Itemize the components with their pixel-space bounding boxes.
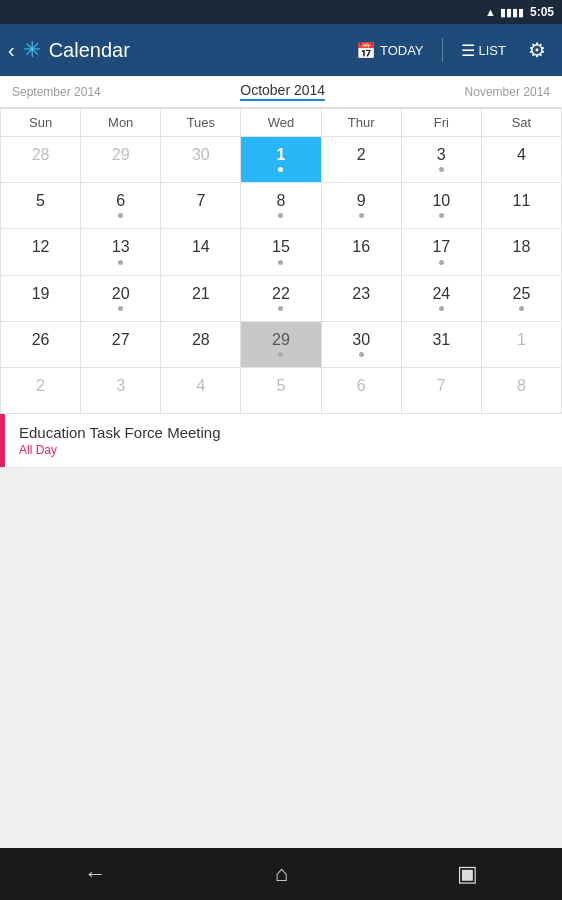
calendar-day[interactable]: 22: [241, 275, 321, 321]
calendar-day[interactable]: 10: [401, 183, 481, 229]
day-number: 27: [81, 330, 160, 349]
day-number: 5: [241, 376, 320, 395]
calendar-day[interactable]: 31: [401, 321, 481, 367]
today-label: TODAY: [380, 43, 424, 58]
calendar-day[interactable]: 8: [241, 183, 321, 229]
calendar-day[interactable]: 1: [481, 321, 561, 367]
calendar-day[interactable]: 3: [401, 137, 481, 183]
calendar-day[interactable]: 30: [161, 137, 241, 183]
day-event-dot: [519, 213, 524, 218]
day-number: 18: [482, 237, 561, 256]
day-number: 25: [482, 284, 561, 303]
nav-back-button[interactable]: ←: [60, 853, 130, 895]
calendar-day[interactable]: 4: [481, 137, 561, 183]
calendar-day[interactable]: 7: [401, 367, 481, 413]
day-event-dot: [359, 167, 364, 172]
day-event-dot: [439, 352, 444, 357]
calendar-day[interactable]: 16: [321, 229, 401, 275]
filter-button[interactable]: ⚙: [520, 32, 554, 68]
day-number: 21: [161, 284, 240, 303]
calendar-day[interactable]: 13: [81, 229, 161, 275]
day-number: 28: [161, 330, 240, 349]
event-time: All Day: [19, 443, 548, 457]
calendar-day[interactable]: 3: [81, 367, 161, 413]
day-number: 20: [81, 284, 160, 303]
calendar-day[interactable]: 27: [81, 321, 161, 367]
nav-home-button[interactable]: ⌂: [251, 853, 312, 895]
calendar-day[interactable]: 26: [1, 321, 81, 367]
day-event-dot: [359, 260, 364, 265]
calendar-day[interactable]: 9: [321, 183, 401, 229]
calendar-day[interactable]: 8: [481, 367, 561, 413]
day-number: 2: [322, 145, 401, 164]
prev-month-label[interactable]: September 2014: [12, 85, 101, 99]
header-right: 📅 TODAY ☰ LIST ⚙: [346, 32, 554, 68]
calendar-day[interactable]: 15: [241, 229, 321, 275]
day-event-dot: [198, 260, 203, 265]
calendar-day[interactable]: 2: [321, 137, 401, 183]
day-event-dot: [38, 167, 43, 172]
day-number: 12: [1, 237, 80, 256]
calendar-day[interactable]: 5: [1, 183, 81, 229]
next-month-label[interactable]: November 2014: [465, 85, 550, 99]
day-event-dot: [118, 352, 123, 357]
list-button[interactable]: ☰ LIST: [451, 35, 516, 66]
calendar-day[interactable]: 25: [481, 275, 561, 321]
calendar-day[interactable]: 1: [241, 137, 321, 183]
calendar-day[interactable]: 19: [1, 275, 81, 321]
calendar-day[interactable]: 5: [241, 367, 321, 413]
day-number: 6: [322, 376, 401, 395]
wifi-icon: ▲: [485, 6, 496, 18]
day-number: 19: [1, 284, 80, 303]
day-number: 22: [241, 284, 320, 303]
calendar-day[interactable]: 18: [481, 229, 561, 275]
calendar-day[interactable]: 7: [161, 183, 241, 229]
day-event-dot: [38, 213, 43, 218]
day-number: 17: [402, 237, 481, 256]
nav-recent-button[interactable]: ▣: [433, 853, 502, 895]
calendar-day[interactable]: 4: [161, 367, 241, 413]
calendar-day[interactable]: 20: [81, 275, 161, 321]
day-event-dot: [278, 352, 283, 357]
day-number: 30: [322, 330, 401, 349]
calendar-day[interactable]: 12: [1, 229, 81, 275]
day-event-dot: [519, 167, 524, 172]
calendar-day[interactable]: 6: [81, 183, 161, 229]
calendar-day[interactable]: 23: [321, 275, 401, 321]
day-event-dot: [439, 167, 444, 172]
day-number: 1: [241, 145, 320, 164]
filter-icon: ⚙: [528, 39, 546, 61]
list-label: LIST: [479, 43, 506, 58]
header-divider: [442, 38, 443, 62]
header-left: ‹ ✳ Calendar: [8, 37, 338, 63]
calendar-day[interactable]: 14: [161, 229, 241, 275]
day-event-dot: [519, 306, 524, 311]
event-item[interactable]: Education Task Force MeetingAll Day: [0, 414, 562, 468]
day-number: 28: [1, 145, 80, 164]
calendar-day[interactable]: 11: [481, 183, 561, 229]
day-event-dot: [519, 352, 524, 357]
day-event-dot: [38, 306, 43, 311]
calendar-day[interactable]: 2: [1, 367, 81, 413]
back-button[interactable]: ‹: [8, 39, 15, 62]
day-event-dot: [439, 306, 444, 311]
calendar-day[interactable]: 28: [161, 321, 241, 367]
calendar-day[interactable]: 29: [81, 137, 161, 183]
calendar-day[interactable]: 24: [401, 275, 481, 321]
day-number: 29: [81, 145, 160, 164]
calendar-day[interactable]: 30: [321, 321, 401, 367]
today-button[interactable]: 📅 TODAY: [346, 35, 434, 66]
calendar-day[interactable]: 28: [1, 137, 81, 183]
day-event-dot: [118, 398, 123, 403]
day-event-dot: [118, 167, 123, 172]
month-nav: September 2014 October 2014 November 201…: [0, 76, 562, 108]
today-icon: 📅: [356, 41, 376, 60]
weekday-header: Sat: [481, 109, 561, 137]
calendar-day[interactable]: 6: [321, 367, 401, 413]
day-number: 2: [1, 376, 80, 395]
events-section: Education Task Force MeetingAll Day: [0, 414, 562, 468]
calendar-day[interactable]: 29: [241, 321, 321, 367]
calendar-day[interactable]: 17: [401, 229, 481, 275]
nav-bar: ← ⌂ ▣: [0, 848, 562, 900]
calendar-day[interactable]: 21: [161, 275, 241, 321]
